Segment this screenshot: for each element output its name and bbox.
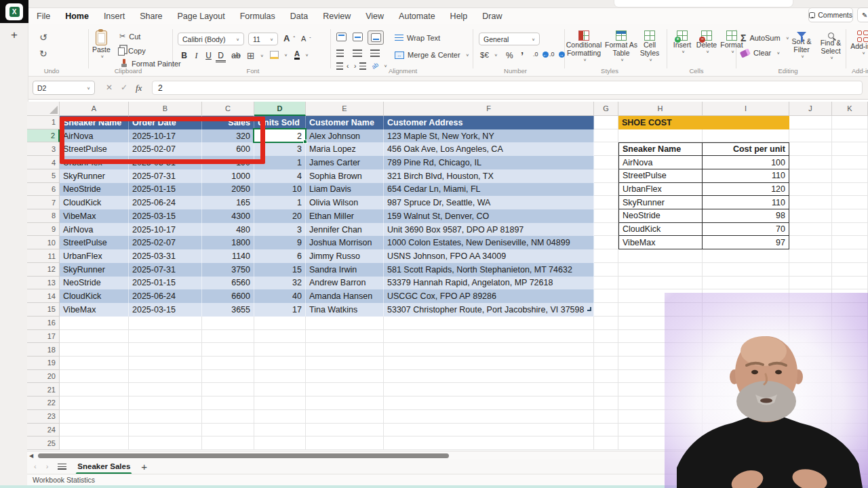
italic-button[interactable]: I <box>191 51 201 61</box>
clear-button[interactable]: Clear∨ <box>741 49 780 57</box>
cell-J3[interactable] <box>789 142 832 156</box>
cell-E24[interactable] <box>306 424 384 437</box>
column-header-J[interactable]: J <box>789 102 832 116</box>
cell-H17[interactable] <box>618 330 703 344</box>
cell-D13[interactable]: 32 <box>254 277 306 290</box>
strikethrough-button[interactable]: ab <box>229 51 243 60</box>
cell-G7[interactable] <box>594 196 618 209</box>
cell-A15[interactable]: VibeMax <box>60 303 129 317</box>
cell-B5[interactable]: 2025-07-31 <box>129 169 202 183</box>
cell-E14[interactable]: Amanda Hansen <box>306 289 384 303</box>
cell-K16[interactable] <box>832 317 868 330</box>
cell-J15[interactable] <box>789 303 832 317</box>
cell-C16[interactable] <box>202 317 254 330</box>
cell-I12[interactable] <box>703 263 789 277</box>
cell-I5[interactable]: 110 <box>703 169 789 183</box>
row-header-1[interactable]: 1 <box>27 116 60 129</box>
cell-D5[interactable]: 4 <box>254 169 306 183</box>
cut-button[interactable]: ✂Cut <box>119 32 140 41</box>
cell-K10[interactable] <box>832 236 868 249</box>
cell-H19[interactable] <box>618 357 703 370</box>
confirm-entry-icon[interactable]: ✓ <box>121 83 127 92</box>
cell-G3[interactable] <box>594 142 618 156</box>
cell-C14[interactable]: 6600 <box>202 289 254 303</box>
cell-F21[interactable] <box>384 383 594 396</box>
cell-E13[interactable]: Andrew Barron <box>306 277 384 290</box>
cell-B7[interactable]: 2025-06-24 <box>129 196 202 209</box>
row-header-25[interactable]: 25 <box>27 436 60 450</box>
column-header-K[interactable]: K <box>832 102 868 116</box>
cell-F20[interactable] <box>384 370 594 384</box>
cell-K11[interactable] <box>832 249 868 263</box>
cell-D22[interactable] <box>254 396 306 410</box>
cell-A9[interactable]: AirNova <box>60 223 129 237</box>
cell-J5[interactable] <box>789 169 832 183</box>
double-underline-button[interactable]: D <box>216 51 226 62</box>
cell-D16[interactable] <box>254 317 306 330</box>
cell-I11[interactable] <box>703 249 789 263</box>
cell-G6[interactable] <box>594 183 618 197</box>
underline-button[interactable]: U <box>203 51 214 60</box>
align-center-button[interactable] <box>353 49 362 57</box>
cell-G16[interactable] <box>594 317 618 330</box>
shrink-font-button[interactable]: Aˇ <box>301 35 311 43</box>
cell-I3[interactable]: Cost per unit <box>703 142 789 156</box>
cell-F23[interactable] <box>384 410 594 424</box>
cell-K3[interactable] <box>832 142 868 156</box>
cell-E19[interactable] <box>306 357 384 370</box>
cell-J11[interactable] <box>789 249 832 263</box>
cell-F17[interactable] <box>384 330 594 344</box>
wrap-text-button[interactable]: Wrap Text <box>395 34 440 42</box>
cell-I15[interactable] <box>703 303 789 317</box>
cell-E2[interactable]: Alex Johnson <box>306 129 384 143</box>
cell-D12[interactable]: 15 <box>254 263 306 277</box>
cell-C18[interactable] <box>202 343 254 357</box>
cell-J8[interactable] <box>789 209 832 223</box>
column-header-D[interactable]: D <box>254 102 306 116</box>
cell-G4[interactable] <box>594 156 618 169</box>
cell-H23[interactable] <box>618 410 703 424</box>
cell-A18[interactable] <box>60 343 129 357</box>
cell-F8[interactable]: 159 Walnut St, Denver, CO <box>384 209 594 223</box>
cell-K15[interactable] <box>832 303 868 317</box>
menu-item-draw[interactable]: Draw <box>482 12 502 21</box>
cell-C12[interactable]: 3750 <box>202 263 254 277</box>
cell-A14[interactable]: CloudKick <box>60 289 129 303</box>
row-header-16[interactable]: 16 <box>27 317 60 330</box>
cell-J21[interactable] <box>789 383 832 396</box>
cell-B21[interactable] <box>129 383 202 396</box>
merge-center-button[interactable]: ↔Merge & Center∨ <box>395 51 469 59</box>
cell-H9[interactable]: CloudKick <box>618 223 703 237</box>
cell-H3[interactable]: Sneaker Name <box>618 142 703 156</box>
sheet-tab-sneaker-sales[interactable]: Sneaker Sales <box>76 460 132 472</box>
cell-H12[interactable] <box>618 263 703 277</box>
grow-font-button[interactable]: Aˆ <box>283 33 295 43</box>
workbook-statistics[interactable]: Workbook Statistics <box>33 476 95 484</box>
add-ins-button[interactable]: Add-ins∨ <box>849 30 868 56</box>
sort-filter-button[interactable]: Sort & Filter∨ <box>787 32 816 59</box>
borders-button[interactable]: ⊞∨ <box>247 50 264 61</box>
cell-I19[interactable] <box>703 357 789 370</box>
align-middle-button[interactable] <box>353 33 363 41</box>
cell-B16[interactable] <box>129 317 202 330</box>
cell-C21[interactable] <box>202 383 254 396</box>
cell-C5[interactable]: 1000 <box>202 169 254 183</box>
cell-I9[interactable]: 70 <box>703 223 789 237</box>
cell-C19[interactable] <box>202 357 254 370</box>
percent-button[interactable]: % <box>506 51 513 60</box>
cell-D6[interactable]: 10 <box>254 183 306 197</box>
insert-cells-button[interactable]: + Insert∨ <box>671 30 694 54</box>
cell-A22[interactable] <box>60 396 129 410</box>
cell-K22[interactable] <box>832 396 868 410</box>
cell-F11[interactable]: USNS Johnson, FPO AA 34009 <box>384 249 594 263</box>
cell-J24[interactable] <box>789 424 832 437</box>
cell-E21[interactable] <box>306 383 384 396</box>
cell-H2[interactable] <box>618 129 703 143</box>
cell-B14[interactable]: 2025-06-24 <box>129 289 202 303</box>
cell-G8[interactable] <box>594 209 618 223</box>
menu-item-data[interactable]: Data <box>290 12 308 21</box>
row-header-6[interactable]: 6 <box>27 183 60 197</box>
cell-H16[interactable] <box>618 317 703 330</box>
cell-D17[interactable] <box>254 330 306 344</box>
cell-D8[interactable]: 20 <box>254 209 306 223</box>
